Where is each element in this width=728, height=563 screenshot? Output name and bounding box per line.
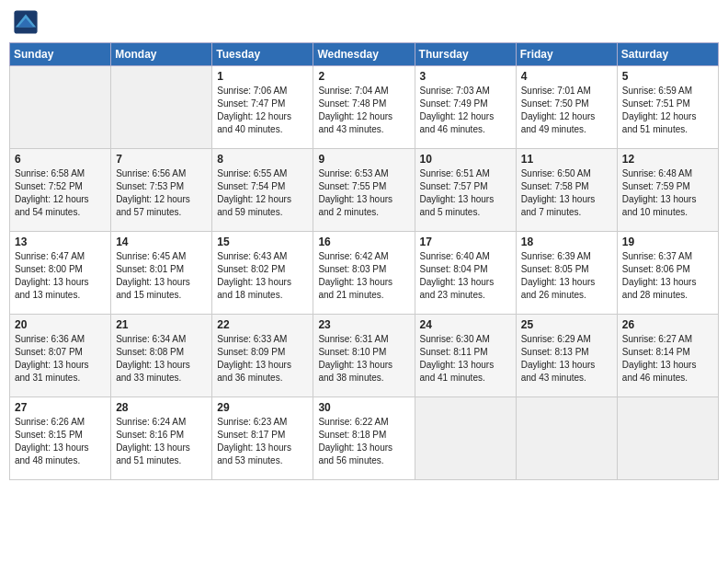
day-info: Daylight: 13 hours and 51 minutes. <box>116 442 207 467</box>
day-info: Daylight: 13 hours and 26 minutes. <box>521 276 612 302</box>
day-info: Daylight: 12 hours and 40 minutes. <box>217 110 308 136</box>
day-info: Sunset: 8:00 PM <box>15 263 106 276</box>
day-info: Sunset: 8:15 PM <box>15 429 106 442</box>
day-number: 1 <box>217 70 308 83</box>
day-number: 23 <box>318 318 409 331</box>
day-info: Sunrise: 6:40 AM <box>420 250 511 263</box>
day-number: 3 <box>420 70 511 83</box>
day-info: Daylight: 12 hours and 54 minutes. <box>15 193 106 219</box>
calendar-cell: 24Sunrise: 6:30 AMSunset: 8:11 PMDayligh… <box>415 315 516 397</box>
day-info: Sunrise: 6:50 AM <box>521 167 612 180</box>
day-info: Sunrise: 6:45 AM <box>116 250 207 263</box>
calendar-cell: 2Sunrise: 7:04 AMSunset: 7:48 PMDaylight… <box>313 66 415 149</box>
calendar-cell: 6Sunrise: 6:58 AMSunset: 7:52 PMDaylight… <box>10 149 111 232</box>
day-number: 17 <box>420 236 511 248</box>
calendar-week-2: 6Sunrise: 6:58 AMSunset: 7:52 PMDaylight… <box>10 149 719 232</box>
day-info: Daylight: 13 hours and 15 minutes. <box>116 276 207 302</box>
calendar-cell <box>516 397 617 480</box>
day-info: Sunrise: 6:29 AM <box>521 333 612 346</box>
day-number: 27 <box>15 401 106 414</box>
day-number: 22 <box>217 318 308 331</box>
day-header-wednesday: Wednesday <box>313 43 415 66</box>
day-info: Sunset: 7:58 PM <box>521 180 612 193</box>
day-info: Sunrise: 6:23 AM <box>217 416 308 429</box>
day-number: 4 <box>521 70 612 83</box>
day-number: 8 <box>217 153 308 166</box>
calendar-cell: 9Sunrise: 6:53 AMSunset: 7:55 PMDaylight… <box>313 149 415 232</box>
day-info: Sunset: 8:18 PM <box>318 429 409 442</box>
calendar-cell: 17Sunrise: 6:40 AMSunset: 8:04 PMDayligh… <box>415 232 516 315</box>
day-number: 29 <box>217 401 308 414</box>
day-info: Daylight: 13 hours and 36 minutes. <box>217 359 308 385</box>
day-info: Sunrise: 6:58 AM <box>15 167 106 180</box>
day-number: 5 <box>622 70 713 83</box>
logo <box>13 9 42 35</box>
day-info: Sunset: 8:02 PM <box>217 263 308 276</box>
calendar-header-row: SundayMondayTuesdayWednesdayThursdayFrid… <box>10 43 719 66</box>
calendar-cell: 1Sunrise: 7:06 AMSunset: 7:47 PMDaylight… <box>212 66 313 149</box>
calendar-cell: 20Sunrise: 6:36 AMSunset: 8:07 PMDayligh… <box>10 315 111 397</box>
day-info: Daylight: 13 hours and 43 minutes. <box>521 359 612 385</box>
day-number: 21 <box>116 318 207 331</box>
day-info: Sunset: 7:59 PM <box>622 180 713 193</box>
calendar-week-5: 27Sunrise: 6:26 AMSunset: 8:15 PMDayligh… <box>10 397 719 480</box>
day-info: Daylight: 12 hours and 46 minutes. <box>420 110 511 136</box>
calendar-week-4: 20Sunrise: 6:36 AMSunset: 8:07 PMDayligh… <box>10 315 719 397</box>
day-info: Sunset: 8:16 PM <box>116 429 207 442</box>
day-info: Daylight: 13 hours and 53 minutes. <box>217 442 308 467</box>
calendar-cell: 26Sunrise: 6:27 AMSunset: 8:14 PMDayligh… <box>617 315 718 397</box>
day-info: Sunrise: 6:31 AM <box>318 333 409 346</box>
calendar-cell: 18Sunrise: 6:39 AMSunset: 8:05 PMDayligh… <box>516 232 617 315</box>
day-header-monday: Monday <box>111 43 212 66</box>
calendar-table: SundayMondayTuesdayWednesdayThursdayFrid… <box>9 42 719 480</box>
calendar-cell: 12Sunrise: 6:48 AMSunset: 7:59 PMDayligh… <box>617 149 718 232</box>
day-info: Sunrise: 6:56 AM <box>116 167 207 180</box>
day-info: Daylight: 13 hours and 56 minutes. <box>318 442 409 467</box>
day-number: 30 <box>318 401 409 414</box>
day-info: Daylight: 13 hours and 48 minutes. <box>15 442 106 467</box>
day-info: Daylight: 13 hours and 31 minutes. <box>15 359 106 385</box>
calendar-cell: 8Sunrise: 6:55 AMSunset: 7:54 PMDaylight… <box>212 149 313 232</box>
calendar-cell: 29Sunrise: 6:23 AMSunset: 8:17 PMDayligh… <box>212 397 313 480</box>
calendar-cell: 28Sunrise: 6:24 AMSunset: 8:16 PMDayligh… <box>111 397 212 480</box>
day-info: Daylight: 13 hours and 5 minutes. <box>420 193 511 219</box>
day-info: Sunset: 7:53 PM <box>116 180 207 193</box>
day-info: Daylight: 13 hours and 10 minutes. <box>622 193 713 219</box>
day-info: Sunrise: 6:47 AM <box>15 250 106 263</box>
day-info: Sunset: 8:04 PM <box>420 263 511 276</box>
calendar-cell: 11Sunrise: 6:50 AMSunset: 7:58 PMDayligh… <box>516 149 617 232</box>
day-info: Sunset: 7:48 PM <box>318 98 409 110</box>
calendar-cell <box>617 397 718 480</box>
day-info: Daylight: 13 hours and 7 minutes. <box>521 193 612 219</box>
day-number: 9 <box>318 153 409 166</box>
day-number: 28 <box>116 401 207 414</box>
day-info: Sunset: 7:51 PM <box>622 98 713 110</box>
day-info: Sunrise: 7:01 AM <box>521 85 612 98</box>
calendar-cell: 4Sunrise: 7:01 AMSunset: 7:50 PMDaylight… <box>516 66 617 149</box>
day-info: Sunrise: 6:27 AM <box>622 333 713 346</box>
day-info: Daylight: 13 hours and 23 minutes. <box>420 276 511 302</box>
day-number: 20 <box>15 318 106 331</box>
calendar-cell <box>415 397 516 480</box>
day-header-sunday: Sunday <box>10 43 111 66</box>
day-info: Sunrise: 6:26 AM <box>15 416 106 429</box>
day-info: Daylight: 13 hours and 18 minutes. <box>217 276 308 302</box>
day-info: Sunset: 7:52 PM <box>15 180 106 193</box>
day-info: Daylight: 13 hours and 38 minutes. <box>318 359 409 385</box>
day-info: Sunrise: 7:06 AM <box>217 85 308 98</box>
calendar-week-1: 1Sunrise: 7:06 AMSunset: 7:47 PMDaylight… <box>10 66 719 149</box>
day-info: Sunset: 8:14 PM <box>622 346 713 359</box>
calendar-cell: 3Sunrise: 7:03 AMSunset: 7:49 PMDaylight… <box>415 66 516 149</box>
day-number: 24 <box>420 318 511 331</box>
calendar-cell: 19Sunrise: 6:37 AMSunset: 8:06 PMDayligh… <box>617 232 718 315</box>
day-header-thursday: Thursday <box>415 43 516 66</box>
calendar-cell: 27Sunrise: 6:26 AMSunset: 8:15 PMDayligh… <box>10 397 111 480</box>
day-info: Sunset: 7:50 PM <box>521 98 612 110</box>
calendar-week-3: 13Sunrise: 6:47 AMSunset: 8:00 PMDayligh… <box>10 232 719 315</box>
day-number: 26 <box>622 318 713 331</box>
logo-icon <box>13 9 39 35</box>
day-info: Daylight: 13 hours and 41 minutes. <box>420 359 511 385</box>
day-info: Sunset: 7:47 PM <box>217 98 308 110</box>
day-info: Daylight: 13 hours and 13 minutes. <box>15 276 106 302</box>
day-info: Sunset: 7:49 PM <box>420 98 511 110</box>
